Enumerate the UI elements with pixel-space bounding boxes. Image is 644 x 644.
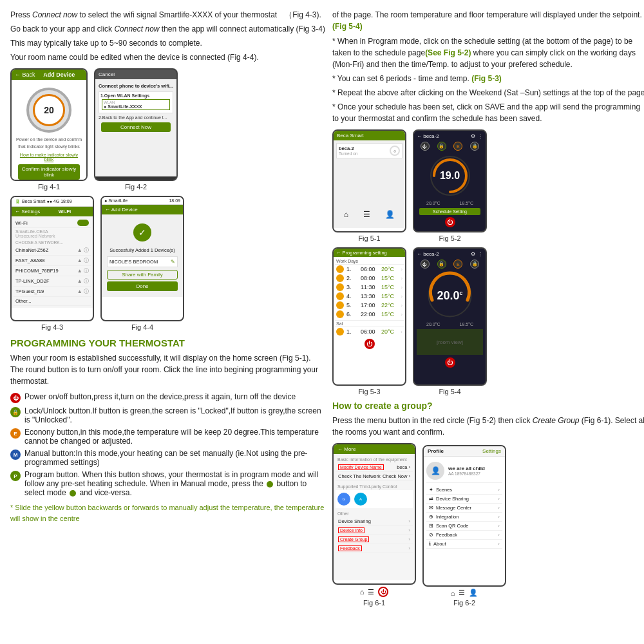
fig-6-1-label: Fig 6-1 <box>363 599 385 607</box>
fig-row-6: ← More Basic information of the equipmen… <box>332 443 644 607</box>
group-text: Press the menu button in the red circle … <box>332 415 644 438</box>
fig-5-2-header: ← beca-2 ⚙ ⋮ <box>417 133 483 139</box>
programming-header: PROGRAMMING YOUR THERMOSTAT <box>10 337 326 348</box>
bullet-economy: E Econony button,in this mode,the temper… <box>10 428 326 446</box>
fig-4-4-share-btn[interactable]: Share with Family <box>107 270 178 279</box>
schedule-setting-btn[interactable]: Schedule Setting <box>419 208 480 215</box>
fig-6-1-header: ← More <box>334 444 415 454</box>
fig-5-3-label: Fig 5-3 <box>358 388 380 395</box>
sched-1: 1. 06:00 20°C › <box>335 265 404 274</box>
bullet-manual: M Manual button:In this mode,your heatin… <box>10 449 326 467</box>
fig-4-2-connect-btn[interactable]: Connect Now <box>101 122 171 132</box>
lock-icon: 🔒 <box>10 407 21 417</box>
profile-feedback[interactable]: ⊘ Feedback › <box>426 531 502 540</box>
fig-5-4-circle: 20.0c <box>426 271 474 319</box>
fig-4-1-screen: ← Back Add Device 20 Power on the device… <box>10 68 88 181</box>
third-party-logos: G A <box>336 490 413 508</box>
fig-5-2-screen: ← beca-2 ⚙ ⋮ ⏻ 🔒 E 🔒 <box>413 129 487 232</box>
group-header: How to create a group? <box>332 401 644 411</box>
fig-4-4-body: ✓ Succesfully Added 1 Device(s) NICOLE'S… <box>102 214 183 297</box>
fig-5-1-body: beca-2 Turned on ○ ⌂ ☰ 👤 <box>334 140 405 228</box>
fig-4-4-label: Fig 4-4 <box>131 323 153 331</box>
profile-about[interactable]: ℹ About › <box>426 540 502 549</box>
fig-5-1-label: Fig 5-1 <box>358 234 380 242</box>
profile-qr[interactable]: ⊞ Scan QR Code › <box>426 522 502 531</box>
network-phi: PHICOMM_76BF19 ▲ ⓘ <box>14 266 91 276</box>
fig-4-1-confirm-btn[interactable]: Confirm indicator slowly blink <box>18 164 80 180</box>
programming-intro: When your room is established successful… <box>10 352 326 387</box>
more-create-group[interactable]: Create Group › <box>336 535 413 544</box>
network-tp: TP-LINK_DD2F ▲ ⓘ <box>14 276 91 287</box>
fig-6-2-label: Fig 6-2 <box>453 599 475 607</box>
sched-4: 4. 13:30 15°C › <box>335 292 404 301</box>
manual-icon: M <box>10 450 21 460</box>
sched-2: 2. 08:00 15°C › <box>335 274 404 283</box>
fig-4-1-label: Fig 4-1 <box>38 183 60 191</box>
fig-5-4-screen: ← beca-2 ⚙ ⋮ ⏻ 🔒 E 🔒 <box>413 247 487 386</box>
fig-6-1-nav: ⌂ ☰ ⏻ <box>360 587 389 597</box>
more-device-info[interactable]: Device Info › <box>336 526 413 535</box>
intro-line-2: Go back to your app and click Connect no… <box>10 23 326 35</box>
left-column: Press Connect now to select the wifi sig… <box>10 9 326 612</box>
fig-6-1-body: Basic information of the equipment Modif… <box>334 454 415 580</box>
fig-5-4-photo: [room view] <box>417 329 483 355</box>
fig-4-4-device-row: NICOLE'S BEDROOM ✎ <box>107 256 178 267</box>
fig-6-2-header: Profile Settings <box>424 446 505 457</box>
fig-row-3-4: 🔋 Beca Smart ●● 4G 18:09 ← Settings Wi-F… <box>10 196 326 331</box>
intro-line-3: This may typically take up to 5~90 secon… <box>10 37 326 49</box>
fig-4-2-container: Cancel Connect phone to device's wifi...… <box>94 68 178 191</box>
network-other: Other... <box>14 297 91 306</box>
note-1: * When in Program mode, click on the sch… <box>332 35 644 70</box>
fig-5-1-screen: Beca Smart beca-2 Turned on ○ ⌂ ☰ <box>332 129 406 232</box>
right-intro: of the page. The room temperature and fl… <box>332 9 644 32</box>
slide-note: * Slide the yellow button backwards or f… <box>10 502 326 524</box>
note-3: * Repeat the above after clicking on the… <box>332 87 644 99</box>
fig-5-4-label: Fig 5-4 <box>439 388 460 395</box>
power-icon: ⏻ <box>10 393 21 403</box>
sched-6: 6. 22:00 15°C › <box>335 310 404 319</box>
fig-5-2-icons: ⏻ 🔒 E 🔒 <box>417 142 483 151</box>
fig-5-4-header: ← beca-2 ⚙ ⋮ <box>417 251 483 257</box>
bullet-power: ⏻ Power on/off button,press it,turn on t… <box>10 392 326 403</box>
profile-scenes[interactable]: ✦ Scenes › <box>426 486 502 495</box>
profile-device-sharing[interactable]: ⇄ Device Sharing › <box>426 495 502 504</box>
fig-6-2-screen: Profile Settings 👤 we are all child AA 1… <box>422 445 506 587</box>
fig-6-2-body: 👤 we are all child AA 18978488327 ✦ Scen… <box>424 457 505 580</box>
more-device-sharing[interactable]: Device Sharing › <box>336 517 413 526</box>
fig-4-2-header: Cancel <box>95 70 176 79</box>
right-column: of the page. The room temperature and fl… <box>332 9 644 612</box>
fig-4-4-status: ● SmartLife 18:09 <box>102 197 183 205</box>
fig-5-3-screen: ← Programming setting Work Days 1. 06:00… <box>332 247 406 386</box>
wifi-connected-label: SmartLife-CE4AUnsecured Network <box>14 228 91 240</box>
fig-5-2-circle: 19.0 <box>428 153 473 198</box>
fig-4-1-container: ← Back Add Device 20 Power on the device… <box>10 68 88 191</box>
fig-5-1-nav: ⌂ ☰ 👤 <box>336 210 402 219</box>
profile-message-center[interactable]: ✉ Message Center › <box>426 504 502 513</box>
more-check-network[interactable]: Check The Network Check Now › <box>336 472 413 481</box>
network-tp-guest: TPGuest_f19 ▲ ⓘ <box>14 287 91 297</box>
fig-row-1-2: ← Back Add Device 20 Power on the device… <box>10 68 326 191</box>
sched-5: 5. 17:00 22°C › <box>335 301 404 310</box>
fig-row-5: Beca Smart beca-2 Turned on ○ ⌂ ☰ <box>332 129 644 242</box>
more-modify-name[interactable]: Modify Device Name beca › <box>336 463 413 472</box>
fig-4-1-body: 20 Power on the device and confirmthat i… <box>12 80 86 181</box>
bullet-lock: 🔒 Lock/Unlock button.If button is green,… <box>10 406 326 424</box>
program-icon: P <box>10 471 21 481</box>
fig-6-1-screen: ← More Basic information of the equipmen… <box>332 443 416 585</box>
sched-sat: 1. 06:00 20°C › <box>335 327 404 336</box>
profile-integration[interactable]: ⊕ Integration › <box>426 513 502 522</box>
more-feedback[interactable]: Feedback › <box>336 544 413 553</box>
fig-5-4-icons: ⏻ 🔒 E 🔒 <box>417 260 483 269</box>
economy-icon: E <box>10 428 21 439</box>
fig-5-3-body: Work Days 1. 06:00 20°C › 2. 08:00 <box>334 257 405 350</box>
fig-5-2-label: Fig 5-2 <box>439 234 460 242</box>
fig-5-4-container: ← beca-2 ⚙ ⋮ ⏻ 🔒 E 🔒 <box>413 247 487 395</box>
fig-4-4-header: ← Add Device <box>102 205 183 214</box>
fig-4-3-label: Fig 4-3 <box>41 323 63 331</box>
network-china: ChinaNet-Z56Z ▲ ⓘ <box>14 245 91 256</box>
bullets-container: ⏻ Power on/off button,press it,turn on t… <box>10 392 326 497</box>
fig-4-4-done-btn[interactable]: Done <box>107 281 178 291</box>
network-fast: FAST_A8A88 ▲ ⓘ <box>14 256 91 266</box>
note-4: * Once your schedule has been set, click… <box>332 101 644 124</box>
intro-line-1: Press Connect now to select the wifi sig… <box>10 9 326 21</box>
